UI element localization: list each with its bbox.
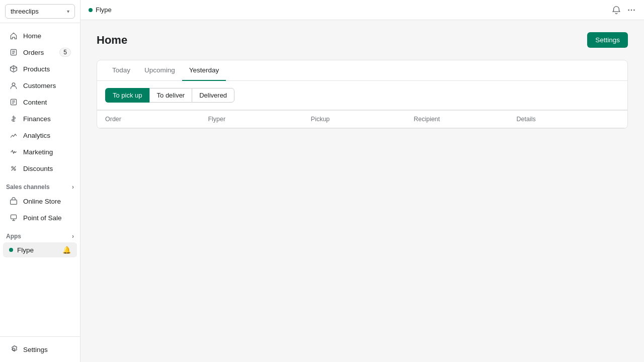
table-divider-bottom [97, 128, 627, 128]
analytics-icon [9, 131, 18, 140]
nav-label: Products [23, 65, 50, 73]
nav-badge: 5 [59, 48, 71, 57]
sidebar-item-settings[interactable]: Settings [3, 341, 77, 357]
home-icon [9, 31, 18, 40]
finances-icon [9, 114, 18, 123]
svg-point-3 [12, 166, 13, 168]
date-tabs: TodayUpcomingYesterday [97, 60, 627, 81]
flype-label: Flype [17, 246, 34, 254]
tab-upcoming[interactable]: Upcoming [137, 60, 182, 81]
svg-point-1 [12, 83, 15, 86]
sidebar-item-marketing[interactable]: Marketing [3, 144, 77, 160]
nav-label: Discounts [23, 165, 53, 172]
expand-icon[interactable]: › [72, 184, 74, 191]
sidebar-item-content[interactable]: Content [3, 94, 77, 110]
bell-icon[interactable]: 🔔 [62, 246, 71, 254]
main-content: Flype Home Settings TodayUpcomingYesterd… [80, 0, 644, 362]
svg-rect-5 [11, 200, 17, 205]
store-name: threeclips [11, 8, 39, 15]
topbar: Flype [80, 0, 644, 20]
page-title: Home [97, 34, 127, 47]
table-column-flyper: Flyper [208, 116, 310, 123]
nav-label: Home [23, 32, 41, 40]
sidebar-item-customers[interactable]: Customers [3, 77, 77, 94]
topbar-right [612, 6, 636, 15]
nav-label: Finances [23, 115, 51, 123]
store-selector[interactable]: threeclips ▾ [5, 4, 75, 19]
online-store-icon [9, 197, 18, 206]
sidebar-item-point-of-sale[interactable]: Point of Sale [3, 210, 77, 226]
content-area: Home Settings TodayUpcomingYesterday To … [80, 20, 644, 362]
sidebar-item-home[interactable]: Home [3, 28, 77, 44]
nav-label: Customers [23, 82, 56, 89]
status-pill-tabs: To pick upTo deliverDelivered [97, 81, 627, 110]
nav-label: Marketing [23, 148, 53, 156]
pill-tab-to-pick-up[interactable]: To pick up [105, 88, 149, 103]
sidebar-item-online-store[interactable]: Online Store [3, 193, 77, 209]
sales-channels-section: Sales channels › [0, 180, 80, 193]
nav-label: Point of Sale [23, 214, 62, 222]
sidebar: threeclips ▾ Home Orders 5 Products Cust… [0, 0, 80, 362]
sidebar-nav: Home Orders 5 Products Customers Content… [0, 23, 80, 336]
content-icon [9, 98, 18, 107]
pill-tab-delivered[interactable]: Delivered [192, 88, 234, 103]
topbar-app: Flype [89, 6, 112, 14]
svg-rect-6 [11, 215, 16, 219]
table-column-pickup: Pickup [311, 116, 414, 123]
sidebar-item-products[interactable]: Products [3, 61, 77, 77]
tab-yesterday[interactable]: Yesterday [182, 60, 226, 81]
main-card: TodayUpcomingYesterday To pick upTo deli… [97, 60, 628, 129]
sidebar-item-finances[interactable]: Finances [3, 111, 77, 127]
page-header: Home Settings [97, 32, 628, 48]
table-header: OrderFlyperPickupRecipientDetails [97, 110, 627, 128]
sales-channels-label: Sales channels [6, 184, 50, 191]
tab-today[interactable]: Today [105, 60, 137, 81]
pill-tab-to-deliver[interactable]: To deliver [149, 88, 192, 103]
svg-point-9 [633, 9, 635, 11]
settings-button[interactable]: Settings [587, 32, 628, 48]
table-column-details: Details [517, 116, 619, 123]
apps-section: Apps › [0, 230, 80, 242]
nav-label: Analytics [23, 132, 50, 139]
nav-label: Content [23, 99, 47, 106]
sidebar-bottom: Settings [0, 336, 80, 362]
svg-point-7 [628, 9, 629, 11]
svg-point-4 [14, 169, 16, 170]
table-column-recipient: Recipient [414, 116, 516, 123]
apps-label: Apps [6, 233, 21, 240]
topbar-app-name: Flype [96, 6, 112, 14]
chevron-down-icon: ▾ [67, 9, 69, 14]
flype-dot-icon [9, 248, 13, 252]
products-icon [9, 64, 18, 73]
gear-icon [9, 345, 18, 354]
sidebar-item-orders[interactable]: Orders 5 [3, 44, 77, 60]
notification-icon[interactable] [612, 6, 621, 15]
settings-label: Settings [23, 346, 48, 353]
table-column-order: Order [105, 116, 208, 123]
nav-label: Online Store [23, 198, 61, 205]
sidebar-item-discounts[interactable]: Discounts [3, 160, 77, 176]
marketing-icon [9, 147, 18, 156]
svg-point-8 [631, 9, 632, 11]
sidebar-item-analytics[interactable]: Analytics [3, 127, 77, 143]
topbar-app-dot [89, 8, 93, 12]
nav-label: Orders [23, 49, 44, 56]
pos-icon [9, 213, 18, 222]
discounts-icon [9, 164, 18, 173]
sidebar-top: threeclips ▾ [0, 0, 80, 23]
orders-icon [9, 48, 18, 57]
more-options-icon[interactable] [627, 6, 636, 15]
customers-icon [9, 81, 18, 90]
sidebar-item-flype[interactable]: Flype 🔔 [3, 242, 77, 257]
expand-apps-icon[interactable]: › [72, 233, 74, 240]
